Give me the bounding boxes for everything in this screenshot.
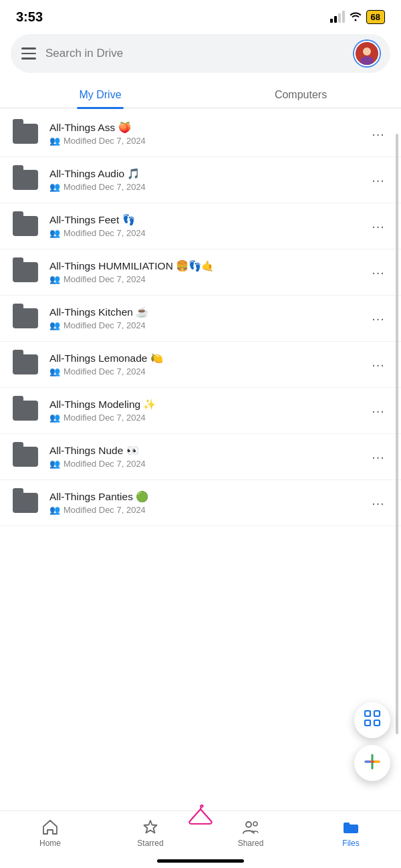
shared-icon: 👥 (49, 366, 60, 376)
wifi-icon (349, 11, 362, 24)
file-meta: 👥Modified Dec 7, 2024 (49, 320, 366, 330)
file-meta: 👥Modified Dec 7, 2024 (49, 228, 366, 238)
status-time: 3:53 (16, 9, 43, 25)
folder-icon (11, 257, 40, 287)
list-item[interactable]: All-Things Audio 🎵 👥Modified Dec 7, 2024… (0, 157, 401, 203)
shared-icon: 👥 (49, 182, 60, 192)
shared-people-icon (241, 818, 260, 837)
avatar[interactable] (354, 41, 380, 66)
add-fab-button[interactable] (354, 745, 390, 781)
file-name: All-Things Audio 🎵 (49, 168, 366, 180)
nav-label-shared: Shared (238, 839, 264, 848)
file-name: All-Things Nude 👀 (49, 445, 366, 457)
shared-icon: 👥 (49, 136, 60, 146)
shared-icon: 👥 (49, 274, 60, 284)
more-options-button[interactable]: ··· (366, 491, 390, 515)
menu-icon[interactable] (21, 47, 36, 60)
nav-item-home[interactable]: Home (27, 818, 74, 848)
list-item[interactable]: All-Things Kitchen ☕ 👥Modified Dec 7, 20… (0, 296, 401, 342)
home-icon (41, 818, 59, 837)
more-options-button[interactable]: ··· (366, 214, 390, 238)
file-meta: 👥Modified Dec 7, 2024 (49, 182, 366, 192)
folder-icon (11, 211, 40, 241)
fab-container (354, 702, 390, 781)
file-name: All-Things Modeling ✨ (49, 399, 366, 411)
more-options-button[interactable]: ··· (366, 168, 390, 192)
file-name: All-Things Lemonade 🍋 (49, 352, 366, 364)
tab-computers[interactable]: Computers (200, 81, 401, 108)
nav-item-shared[interactable]: Shared (227, 818, 274, 848)
more-options-button[interactable]: ··· (366, 399, 390, 423)
folder-icon (11, 442, 40, 471)
list-item[interactable]: All-Things Lemonade 🍋 👥Modified Dec 7, 2… (0, 342, 401, 388)
more-options-button[interactable]: ··· (366, 122, 390, 146)
svg-marker-11 (144, 821, 157, 833)
add-icon (363, 752, 382, 774)
status-icons: 68 (330, 10, 385, 24)
nav-label-starred: Starred (137, 839, 163, 848)
status-bar: 3:53 68 (0, 0, 401, 30)
tabs: My Drive Computers (0, 81, 401, 108)
folder-icon (11, 350, 40, 379)
nav-label-files: Files (342, 839, 359, 848)
file-meta: 👥Modified Dec 7, 2024 (49, 459, 366, 469)
file-name: All-Things Ass 🍑 (49, 122, 366, 134)
svg-rect-6 (374, 720, 380, 726)
shared-icon: 👥 (49, 320, 60, 330)
shared-icon: 👥 (49, 413, 60, 423)
svg-point-12 (246, 822, 251, 827)
nav-item-files[interactable]: Files (327, 818, 374, 848)
star-icon (141, 818, 160, 837)
file-meta: 👥Modified Dec 7, 2024 (49, 274, 366, 284)
nav-item-starred[interactable]: Starred (127, 818, 174, 848)
more-options-button[interactable]: ··· (366, 352, 390, 376)
svg-point-1 (363, 47, 371, 56)
list-item[interactable]: All-Things Modeling ✨ 👥Modified Dec 7, 2… (0, 388, 401, 434)
svg-rect-3 (365, 711, 370, 716)
search-input[interactable]: Search in Drive (45, 47, 345, 60)
files-folder-icon (342, 818, 360, 837)
battery-indicator: 68 (366, 10, 385, 24)
folder-icon (11, 304, 40, 333)
nav-label-home: Home (39, 839, 61, 848)
more-options-button[interactable]: ··· (366, 445, 390, 469)
tab-my-drive[interactable]: My Drive (0, 81, 200, 108)
scrollbar[interactable] (396, 134, 398, 734)
file-meta: 👥Modified Dec 7, 2024 (49, 505, 366, 515)
shared-icon: 👥 (49, 228, 60, 238)
file-name: All-Things Kitchen ☕ (49, 306, 366, 318)
folder-icon (11, 396, 40, 425)
file-name: All-Things HUMMILIATION 🍔👣🤙 (49, 260, 366, 272)
list-item[interactable]: All-Things Ass 🍑 👥Modified Dec 7, 2024 ·… (0, 111, 401, 157)
folder-icon (11, 165, 40, 195)
more-options-button[interactable]: ··· (366, 260, 390, 284)
file-meta: 👥Modified Dec 7, 2024 (49, 136, 366, 146)
scan-fab-button[interactable] (354, 702, 390, 738)
home-indicator (157, 859, 244, 863)
svg-rect-4 (374, 711, 380, 716)
file-meta: 👥Modified Dec 7, 2024 (49, 366, 366, 376)
scan-icon (364, 710, 381, 731)
list-item[interactable]: All-Things Panties 🟢 👥Modified Dec 7, 20… (0, 480, 401, 526)
svg-point-13 (253, 822, 257, 826)
shared-icon: 👥 (49, 505, 60, 515)
svg-rect-5 (365, 720, 370, 726)
search-bar[interactable]: Search in Drive (11, 34, 390, 73)
signal-icon (330, 12, 345, 23)
file-meta: 👥Modified Dec 7, 2024 (49, 413, 366, 423)
file-list: All-Things Ass 🍑 👥Modified Dec 7, 2024 ·… (0, 111, 401, 526)
more-options-button[interactable]: ··· (366, 306, 390, 330)
folder-icon (11, 488, 40, 518)
list-item[interactable]: All-Things Feet 👣 👥Modified Dec 7, 2024 … (0, 203, 401, 249)
folder-icon (11, 119, 40, 148)
list-item[interactable]: All-Things HUMMILIATION 🍔👣🤙 👥Modified De… (0, 249, 401, 296)
file-name: All-Things Panties 🟢 (49, 491, 366, 503)
file-name: All-Things Feet 👣 (49, 214, 366, 226)
list-item[interactable]: All-Things Nude 👀 👥Modified Dec 7, 2024 … (0, 434, 401, 480)
shared-icon: 👥 (49, 459, 60, 469)
